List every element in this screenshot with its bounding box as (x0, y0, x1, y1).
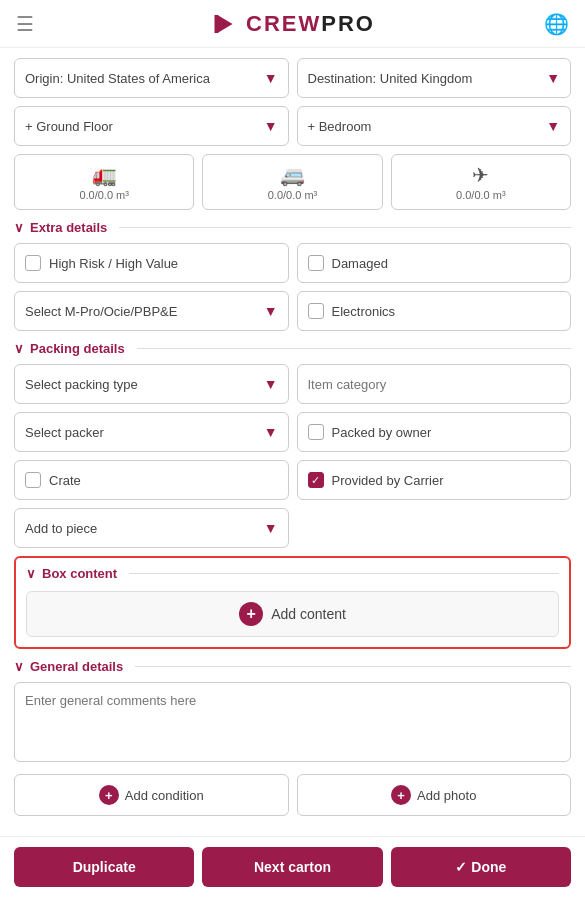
room-dropdown[interactable]: + Bedroom ▼ (297, 106, 572, 146)
origin-chevron-icon: ▼ (264, 70, 278, 86)
provided-by-carrier-checkbox[interactable] (308, 472, 324, 488)
floor-chevron-icon: ▼ (264, 118, 278, 134)
van-icon: 🚐 (280, 163, 305, 187)
location-row: Origin: United States of America ▼ Desti… (14, 58, 571, 98)
box-content-label: Box content (42, 566, 117, 581)
add-content-plus-icon: + (239, 602, 263, 626)
extra-details-chevron-icon: ∨ (14, 220, 24, 235)
packing-details-chevron-icon: ∨ (14, 341, 24, 356)
floor-dropdown[interactable]: + Ground Floor ▼ (14, 106, 289, 146)
provided-by-carrier-label: Provided by Carrier (332, 473, 444, 488)
extra-details-label: Extra details (30, 220, 107, 235)
mpro-label: Select M-Pro/Ocie/PBP&E (25, 304, 264, 319)
crate-checkbox[interactable] (25, 472, 41, 488)
add-to-piece-label: Add to piece (25, 521, 264, 536)
general-comments-textarea[interactable] (14, 682, 571, 762)
logo-graphic-icon (210, 9, 240, 39)
destination-chevron-icon: ▼ (546, 70, 560, 86)
add-photo-button[interactable]: + Add photo (297, 774, 572, 816)
svg-rect-1 (215, 15, 219, 33)
electronics-field[interactable]: Electronics (297, 291, 572, 331)
add-photo-label: Add photo (417, 788, 476, 803)
mpro-electronics-row: Select M-Pro/Ocie/PBP&E ▼ Electronics (14, 291, 571, 331)
truck-icon: 🚛 (92, 163, 117, 187)
plane-label: 0.0/0.0 m³ (456, 189, 506, 201)
box-content-chevron-icon: ∨ (26, 566, 36, 581)
destination-dropdown[interactable]: Destination: United Kingdom ▼ (297, 58, 572, 98)
packing-type-chevron-icon: ▼ (264, 376, 278, 392)
floor-room-row: + Ground Floor ▼ + Bedroom ▼ (14, 106, 571, 146)
extra-details-heading: ∨ Extra details (14, 220, 571, 235)
electronics-checkbox[interactable] (308, 303, 324, 319)
high-risk-label: High Risk / High Value (49, 256, 178, 271)
done-button[interactable]: ✓ Done (391, 847, 571, 887)
add-condition-plus-icon: + (99, 785, 119, 805)
general-details-heading: ∨ General details (14, 659, 571, 674)
svg-marker-0 (218, 15, 233, 33)
add-to-piece-dropdown[interactable]: Add to piece ▼ (14, 508, 289, 548)
app-header: ☰ CREWPRO 🌐 (0, 0, 585, 48)
high-risk-checkbox[interactable] (25, 255, 41, 271)
packer-chevron-icon: ▼ (264, 424, 278, 440)
van-label: 0.0/0.0 m³ (268, 189, 318, 201)
mpro-chevron-icon: ▼ (264, 303, 278, 319)
add-condition-label: Add condition (125, 788, 204, 803)
duplicate-button[interactable]: Duplicate (14, 847, 194, 887)
high-risk-field[interactable]: High Risk / High Value (14, 243, 289, 283)
crate-field[interactable]: Crate (14, 460, 289, 500)
box-content-section: ∨ Box content + Add content (14, 556, 571, 649)
origin-label: Origin: United States of America (25, 71, 264, 86)
next-carton-button[interactable]: Next carton (202, 847, 382, 887)
packing-details-label: Packing details (30, 341, 125, 356)
high-risk-damaged-row: High Risk / High Value Damaged (14, 243, 571, 283)
destination-label: Destination: United Kingdom (308, 71, 547, 86)
add-condition-button[interactable]: + Add condition (14, 774, 289, 816)
footer-bar: Duplicate Next carton ✓ Done (0, 836, 585, 897)
provided-by-carrier-field[interactable]: Provided by Carrier (297, 460, 572, 500)
menu-icon[interactable]: ☰ (16, 12, 34, 36)
plane-icon: ✈ (472, 163, 489, 187)
packing-details-heading: ∨ Packing details (14, 341, 571, 356)
add-photo-plus-icon: + (391, 785, 411, 805)
damaged-field[interactable]: Damaged (297, 243, 572, 283)
app-logo: CREWPRO (210, 9, 375, 39)
vehicle-truck[interactable]: 🚛 0.0/0.0 m³ (14, 154, 194, 210)
add-to-piece-chevron-icon: ▼ (264, 520, 278, 536)
packer-packed-row: Select packer ▼ Packed by owner (14, 412, 571, 452)
packing-type-dropdown[interactable]: Select packing type ▼ (14, 364, 289, 404)
packed-by-owner-checkbox[interactable] (308, 424, 324, 440)
damaged-checkbox[interactable] (308, 255, 324, 271)
box-content-heading: ∨ Box content (16, 558, 569, 585)
origin-dropdown[interactable]: Origin: United States of America ▼ (14, 58, 289, 98)
add-to-piece-row: Add to piece ▼ (14, 508, 571, 548)
room-label: + Bedroom (308, 119, 547, 134)
floor-label: + Ground Floor (25, 119, 264, 134)
general-details-chevron-icon: ∨ (14, 659, 24, 674)
packer-dropdown[interactable]: Select packer ▼ (14, 412, 289, 452)
vehicle-plane[interactable]: ✈ 0.0/0.0 m³ (391, 154, 571, 210)
globe-icon[interactable]: 🌐 (544, 12, 569, 36)
crate-carrier-row: Crate Provided by Carrier (14, 460, 571, 500)
packer-label: Select packer (25, 425, 264, 440)
truck-label: 0.0/0.0 m³ (79, 189, 129, 201)
vehicle-van[interactable]: 🚐 0.0/0.0 m³ (202, 154, 382, 210)
electronics-label: Electronics (332, 304, 396, 319)
logo-text: CREWPRO (246, 11, 375, 37)
vehicle-row: 🚛 0.0/0.0 m³ 🚐 0.0/0.0 m³ ✈ 0.0/0.0 m³ (14, 154, 571, 210)
crate-label: Crate (49, 473, 81, 488)
main-content: Origin: United States of America ▼ Desti… (0, 48, 585, 836)
packing-type-label: Select packing type (25, 377, 264, 392)
packing-type-category-row: Select packing type ▼ (14, 364, 571, 404)
item-category-input[interactable] (297, 364, 572, 404)
packed-by-owner-field[interactable]: Packed by owner (297, 412, 572, 452)
room-chevron-icon: ▼ (546, 118, 560, 134)
add-content-text: Add content (271, 606, 346, 622)
add-content-button[interactable]: + Add content (26, 591, 559, 637)
damaged-label: Damaged (332, 256, 388, 271)
packed-by-owner-label: Packed by owner (332, 425, 432, 440)
general-details-label: General details (30, 659, 123, 674)
mpro-dropdown[interactable]: Select M-Pro/Ocie/PBP&E ▼ (14, 291, 289, 331)
action-buttons-row: + Add condition + Add photo (14, 774, 571, 816)
